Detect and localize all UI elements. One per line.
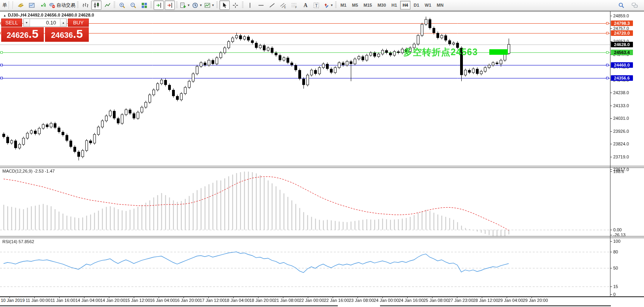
trend-line-button[interactable] <box>267 0 277 10</box>
periods-button[interactable]: ▼ <box>191 0 203 10</box>
time-axis-label: 23 Jan 08:00 <box>349 298 374 303</box>
symbol-header[interactable]: ▲DJ30-,H4 24492.0 24656.0 24480.0 24628.… <box>3 13 94 17</box>
volume-input[interactable]: 0.10 <box>30 19 60 26</box>
cursor-icon <box>221 2 228 9</box>
toolbar-drag-handle[interactable] <box>150 2 152 9</box>
crosshair-button[interactable] <box>230 0 241 10</box>
toolbar-right <box>616 0 644 10</box>
bottom-border-right <box>380 305 611 306</box>
price-axis-tick: 24238.0 <box>610 90 629 95</box>
templates-dropdown-arrow[interactable]: ▼ <box>212 4 215 7</box>
volume-decrease-button[interactable]: ▼ <box>24 19 30 26</box>
sell-price-display[interactable]: 24626.5 <box>1 27 44 42</box>
timeframe-mn-button[interactable]: MN <box>434 1 446 9</box>
timeframe-m1-button[interactable]: M1 <box>338 1 349 9</box>
toolbar-drag-handle[interactable] <box>242 2 243 9</box>
zoom-out-icon <box>130 2 137 9</box>
one-click-trading-panel: SELL ▼ 0.10 ▲ BUY 24626.5 24636.5 <box>1 19 89 42</box>
fibonacci-icon: F <box>291 2 298 9</box>
bar-chart-button[interactable] <box>80 0 90 10</box>
macd-pane-separator[interactable] <box>0 166 644 168</box>
indicators-button[interactable]: ▼ <box>179 0 191 10</box>
order-label[interactable]: 单 <box>2 2 7 9</box>
price-tag-24720.0: 24720.0 <box>611 30 633 36</box>
zoom-in-button[interactable] <box>117 0 127 10</box>
svg-text:E: E <box>284 6 286 8</box>
price-axis-tick: 23926.0 <box>610 129 629 134</box>
time-axis-tick <box>507 297 507 298</box>
pivot-annotation-text[interactable]: 多空转折点24563 <box>403 46 478 58</box>
rsi-axis-tick: 80 <box>610 249 618 254</box>
autotrading-button[interactable]: 自动交易 <box>49 0 76 10</box>
periods-dropdown-arrow[interactable]: ▼ <box>199 4 202 7</box>
text-button[interactable]: A <box>300 0 311 10</box>
timeframe-m30-button[interactable]: M30 <box>375 1 388 9</box>
chat-button[interactable] <box>629 0 640 10</box>
toolbar-drag-handle[interactable] <box>216 2 218 9</box>
rsi-label: RSI(14) 57.8562 <box>2 239 34 244</box>
toolbar-drag-handle[interactable] <box>77 2 79 9</box>
buy-price-display[interactable]: 24636.5 <box>45 27 89 42</box>
volume-increase-button[interactable]: ▲ <box>60 19 66 26</box>
line-chart-button[interactable] <box>102 0 112 10</box>
text-label-button[interactable]: T <box>311 0 322 10</box>
sell-button[interactable]: SELL <box>1 19 22 27</box>
toolbar-drag-handle[interactable] <box>176 2 178 9</box>
candle-chart-button[interactable] <box>91 0 101 10</box>
text-label-icon: T <box>313 2 320 9</box>
search-button[interactable] <box>616 0 626 10</box>
timeframe-w1-button[interactable]: W1 <box>422 1 434 9</box>
rsi-chart-canvas[interactable] <box>0 238 610 296</box>
signals-button[interactable] <box>37 0 48 10</box>
time-axis-tick <box>482 297 482 298</box>
autotrading-label: 自动交易 <box>56 2 75 9</box>
time-axis-label: 10 Jan 2019 <box>1 298 25 303</box>
auto-scroll-button[interactable] <box>165 0 175 10</box>
zoom-out-button[interactable] <box>128 0 138 10</box>
rsi-pane-separator[interactable] <box>0 236 644 238</box>
new-order-button[interactable] <box>15 0 26 10</box>
line-chart-icon <box>104 2 111 9</box>
timeframe-h4-button[interactable]: H4 <box>400 1 410 9</box>
channel-icon: E <box>280 2 286 9</box>
arrows-dropdown-arrow[interactable]: ▼ <box>330 4 333 7</box>
toolbar-separator <box>9 1 9 9</box>
channel-button[interactable]: E <box>278 0 288 10</box>
vertical-line-icon <box>247 2 253 9</box>
templates-button[interactable]: ▼ <box>204 0 215 10</box>
time-axis-label: 15 Jan 12:00 <box>125 298 150 303</box>
price-axis-tick: 24133.0 <box>610 103 629 108</box>
chart-window-button[interactable] <box>26 0 37 10</box>
horizontal-line-button[interactable] <box>256 0 266 10</box>
collapse-arrow-icon[interactable]: ▲ <box>3 14 6 17</box>
tile-windows-button[interactable] <box>139 0 149 10</box>
time-axis-label: 17 Jan 12:00 <box>200 298 225 303</box>
indicators-dropdown-arrow[interactable]: ▼ <box>187 4 190 7</box>
timeframe-h1-button[interactable]: H1 <box>389 1 399 9</box>
toolbar-drag-handle[interactable] <box>114 2 115 9</box>
time-axis-label: 25 Jan 08:00 <box>423 298 449 303</box>
buy-button[interactable]: BUY <box>68 19 89 27</box>
macd-chart-canvas[interactable] <box>0 168 610 236</box>
price-chart-canvas[interactable] <box>0 11 610 166</box>
svg-text:A: A <box>304 2 308 8</box>
cursor-button[interactable] <box>219 0 230 10</box>
macd-axis-tick: 0.00 <box>610 227 622 232</box>
time-axis-tick <box>532 297 532 298</box>
timeframe-d1-button[interactable]: D1 <box>411 1 421 9</box>
fibonacci-button[interactable]: F <box>289 0 300 10</box>
arrows-button[interactable]: ▼ <box>322 0 334 10</box>
toolbar-drag-handle[interactable] <box>335 2 337 9</box>
highlight-box[interactable] <box>489 49 508 55</box>
time-axis-tick <box>457 297 457 298</box>
shift-end-button[interactable] <box>154 0 164 10</box>
time-axis-tick <box>84 297 84 298</box>
timeframe-m5-button[interactable]: M5 <box>350 1 360 9</box>
time-axis-label: 22 Jan 16:00 <box>324 298 349 303</box>
chat-icon <box>631 2 638 9</box>
rsi-axis-tick: 15 <box>610 284 618 289</box>
vertical-line-button[interactable] <box>245 0 255 10</box>
time-axis-label: 24 Jan 00:00 <box>374 298 399 303</box>
volume-spinner: ▼ 0.10 ▲ <box>23 19 67 27</box>
timeframe-m15-button[interactable]: M15 <box>361 1 374 9</box>
